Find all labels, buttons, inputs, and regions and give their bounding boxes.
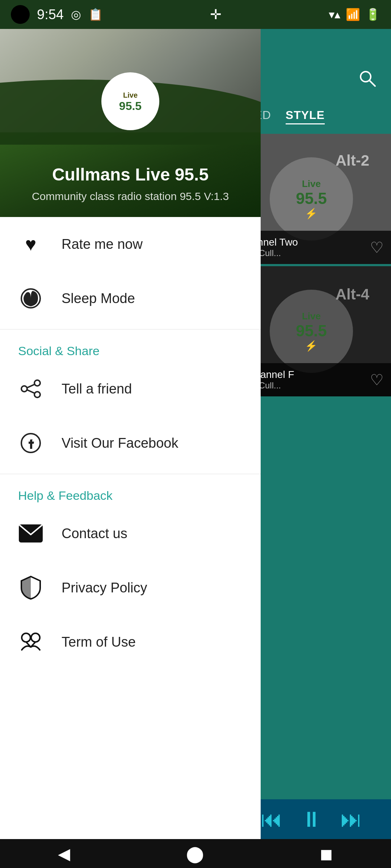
drawer-logo-inner: Live 95.5	[119, 90, 142, 112]
terms-item[interactable]: Term of Use	[0, 615, 261, 669]
card-1-logo: Live 95.5 ⚡	[270, 157, 353, 241]
tell-friend-label: Tell a friend	[62, 381, 132, 397]
svg-point-3	[34, 380, 40, 386]
drawer-header: Live 95.5 Cullmans Live 95.5 Community c…	[0, 29, 261, 217]
card-2-lightning: ⚡	[296, 340, 327, 352]
svg-line-1	[369, 80, 375, 86]
card-1-logo-live: Live	[296, 178, 327, 190]
drawer-body: ♥ Rate me now Sleep Mode Social & Share	[0, 217, 261, 669]
drawer-logo-circle: Live 95.5	[101, 72, 159, 130]
sleep-icon	[18, 286, 43, 311]
rate-label: Rate me now	[62, 237, 143, 252]
sleep-label: Sleep Mode	[62, 291, 135, 306]
card-2-logo-live: Live	[296, 311, 327, 322]
signal-icon: 📶	[346, 8, 360, 21]
help-section-title: Help & Feedback	[0, 478, 261, 506]
sleep-menu-item[interactable]: Sleep Mode	[0, 271, 261, 326]
mail-icon	[18, 521, 43, 546]
share-icon	[18, 376, 43, 401]
navigation-drawer: Live 95.5 Cullmans Live 95.5 Community c…	[0, 29, 261, 839]
svg-line-6	[27, 384, 34, 388]
handshake-icon	[18, 629, 43, 655]
card-1-logo-number: 95.5	[296, 190, 327, 208]
search-button[interactable]	[358, 69, 377, 92]
social-section-title: Social & Share	[0, 333, 261, 362]
contact-label: Contact us	[62, 526, 127, 541]
back-button[interactable]: ◀	[58, 844, 70, 863]
status-bar: 9:54 ◎ 📋 ✛ ▾▴ 📶 🔋	[0, 0, 391, 29]
card-1-logo-inner: Live 95.5 ⚡	[296, 178, 327, 220]
status-cross-icon: ✛	[210, 7, 222, 22]
privacy-label: Privacy Policy	[62, 580, 147, 596]
status-cross: ✛	[210, 7, 222, 22]
tab-style[interactable]: STYLE	[286, 109, 325, 124]
card-2-heart[interactable]: ♡	[370, 371, 384, 389]
card-2-logo-number: 95.5	[296, 322, 327, 340]
card-2-logo-inner: Live 95.5 ⚡	[296, 311, 327, 352]
rate-menu-item[interactable]: ♥ Rate me now	[0, 217, 261, 271]
facebook-item[interactable]: Visit Our Facebook	[0, 416, 261, 470]
forward-button[interactable]: ⏭	[340, 807, 362, 832]
drawer-station-sub: Community class radio station 95.5 V:1.3	[0, 190, 261, 203]
heart-icon: ♥	[18, 231, 43, 257]
shield-icon	[18, 575, 43, 600]
divider-1	[0, 329, 261, 329]
battery-icon: 🔋	[366, 8, 380, 21]
facebook-label: Visit Our Facebook	[62, 435, 178, 451]
status-icon-media: ◎	[71, 8, 81, 21]
card-1-heart[interactable]: ♡	[370, 239, 384, 256]
home-button[interactable]: ⬤	[186, 844, 204, 863]
privacy-item[interactable]: Privacy Policy	[0, 561, 261, 615]
alt-2-label: Alt-2	[336, 152, 369, 169]
svg-point-4	[34, 392, 40, 397]
alt-4-label: Alt-4	[336, 286, 369, 303]
drawer-station-name: Cullmans Live 95.5	[0, 165, 261, 184]
facebook-icon	[18, 430, 43, 456]
logo-live-text: Live	[123, 91, 138, 99]
status-right: ▾▴ 📶 🔋	[329, 8, 380, 21]
status-dot	[11, 5, 30, 24]
svg-point-11	[31, 633, 40, 642]
divider-2	[0, 474, 261, 474]
terms-label: Term of Use	[62, 634, 136, 650]
recents-button[interactable]: ◼	[320, 844, 333, 863]
pause-button[interactable]: ⏸	[300, 807, 322, 832]
wifi-icon: ▾▴	[329, 8, 340, 21]
contact-item[interactable]: Contact us	[0, 506, 261, 561]
status-left: 9:54 ◎ 📋	[11, 5, 103, 24]
status-time: 9:54	[37, 7, 64, 22]
rewind-button[interactable]: ⏮	[261, 807, 282, 832]
card-1-lightning: ⚡	[296, 208, 327, 220]
tell-friend-item[interactable]: Tell a friend	[0, 362, 261, 416]
logo-freq: 95.5	[119, 99, 142, 112]
svg-point-5	[21, 386, 27, 392]
svg-line-7	[27, 390, 34, 393]
status-icon-notif: 📋	[88, 8, 103, 21]
svg-point-10	[22, 633, 30, 642]
navigation-bar: ◀ ⬤ ◼	[0, 839, 391, 868]
